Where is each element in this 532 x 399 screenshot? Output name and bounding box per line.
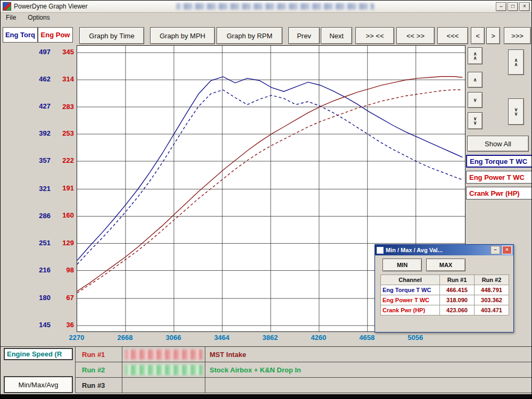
channel-name: Crank Pwr (HP) [381,305,440,315]
x-channel-box[interactable]: Engine Speed (R [4,348,73,360]
window-title: PowerDyne Graph Viewer [14,3,88,10]
legend-crank-pwr-hp[interactable]: Crank Pwr (HP) [466,187,532,200]
col-header-run1: Run #1 [440,275,475,285]
run3-label[interactable]: Run #3 [76,378,122,393]
menu-options[interactable]: Options [27,13,51,22]
max-button[interactable]: MAX [426,259,466,271]
rpm-tick-3862: 3862 [254,334,286,342]
power-tick-129: 129 [54,239,74,247]
power-tick-222: 222 [54,156,74,165]
run-row-1: Run #1 MST Intake [76,347,532,362]
legend-eng-power-t-wc[interactable]: Eng Power T WC [466,171,532,184]
curve-0 [77,77,462,260]
minmax-avg-button[interactable]: Min/Max/Avg [4,376,73,393]
redacted-run2-file [125,365,203,375]
rpm-tick-5056: 5056 [400,334,431,342]
scroll-double-up-icon[interactable]: ∧∧ [468,47,483,64]
run1-max-value: 318.090 [440,295,475,305]
y-axis-torque: 497462427392357321286251216180145 [25,45,51,331]
run2-description: Stock Airbox + K&N Drop In [205,362,532,377]
y-axis-power: 345314283253222191160129986736 [54,45,74,331]
minmax-row-2: Eng Power T WC318.090303.362 [381,295,509,305]
toolbar-button-graph-by-time[interactable]: Graph by Time [79,27,144,44]
toolbar-button-next[interactable]: Next [321,27,352,44]
rpm-tick-4658: 4658 [351,334,383,342]
page-up-icon[interactable]: ∧∧ [508,49,524,75]
power-tick-67: 67 [54,294,74,302]
toolbar-button-nav-6[interactable]: << >> [396,27,435,44]
x-axis-rpm: 22702668306634643862426046585056 [77,334,464,343]
tab-eng-power[interactable]: Eng Pow [38,27,73,43]
power-tick-98: 98 [54,266,74,275]
torque-tick-357: 357 [25,156,51,165]
run2-max-value: 303.362 [475,295,509,305]
rpm-tick-3464: 3464 [206,334,238,342]
toolbar-button-graph-by-rpm[interactable]: Graph by RPM [217,27,282,44]
toolbar-button-nav-8[interactable]: < [471,27,485,44]
run-row-2: Run #2 Stock Airbox + K&N Drop In [76,362,532,378]
scroll-up-icon[interactable]: ∧ [468,72,483,88]
torque-tick-251: 251 [25,239,51,247]
dialog-minimize-button[interactable]: – [491,246,500,254]
run1-max-value: 423.060 [440,305,475,315]
minmax-dialog: Min / Max / Avg Val... – × MIN MAX Chann… [375,244,514,332]
torque-tick-180: 180 [25,294,51,302]
scroll-double-down-icon[interactable]: ∨∨ [468,112,483,129]
redacted-title-text [176,3,374,10]
menu-file[interactable]: File [5,13,17,22]
run-row-3: Run #3 [76,378,532,393]
torque-tick-216: 216 [25,266,51,275]
run2-label[interactable]: Run #2 [76,362,122,377]
toolbar-button-nav-10[interactable]: >>> [504,27,531,44]
power-tick-253: 253 [54,129,74,138]
col-header-channel: Channel [381,275,440,285]
power-tick-314: 314 [54,75,74,84]
dialog-title: Min / Max / Avg Val... [386,247,488,253]
torque-tick-286: 286 [25,212,51,220]
run1-max-value: 466.415 [440,285,475,295]
min-button[interactable]: MIN [383,259,422,271]
run-list: Run #1 MST Intake Run #2 Stock Airbox + … [75,347,532,393]
torque-tick-145: 145 [25,321,51,329]
page-down-icon[interactable]: ∨∨ [508,98,524,125]
toolbar-button-nav-9[interactable]: > [486,27,500,44]
power-tick-191: 191 [54,184,74,193]
maximize-button[interactable]: □ [508,2,518,11]
rpm-tick-4260: 4260 [303,334,335,342]
run1-description: MST Intake [205,347,532,362]
rpm-tick-2270: 2270 [61,334,93,342]
toolbar-button-nav-5[interactable]: >> << [355,27,394,44]
power-tick-36: 36 [54,321,74,329]
torque-tick-321: 321 [25,185,51,193]
torque-tick-462: 462 [25,75,51,84]
rpm-tick-2668: 2668 [109,334,141,342]
bottom-edge [1,394,532,398]
legend-eng-torque-t-wc[interactable]: Eng Torque T WC [466,155,532,168]
toolbar-button-graph-by-mph[interactable]: Graph by MPH [150,27,215,44]
show-all-button[interactable]: Show All [467,136,529,152]
channel-name: Eng Torque T WC [381,285,440,295]
titlebar[interactable]: PowerDyne Graph Viewer – □ × [1,1,531,13]
run3-description [205,378,532,393]
toolbar-button-nav-7[interactable]: <<< [437,27,468,44]
redacted-run1-file [125,350,203,360]
run1-label[interactable]: Run #1 [76,347,122,362]
close-button[interactable]: × [519,2,530,11]
dialog-titlebar[interactable]: Min / Max / Avg Val... – × [375,245,513,255]
dialog-close-button[interactable]: × [502,246,512,254]
torque-tick-427: 427 [25,102,51,111]
toolbar-button-prev[interactable]: Prev [288,27,320,44]
run2-max-value: 403.471 [475,305,509,315]
minmax-table: Channel Run #1 Run #2 Eng Torque T WC466… [380,275,509,315]
minmax-row-3: Crank Pwr (HP)423.060403.471 [381,305,509,315]
power-tick-283: 283 [54,103,74,111]
channel-name: Eng Power T WC [381,295,440,305]
power-tick-160: 160 [54,211,74,220]
torque-tick-497: 497 [25,48,51,56]
tab-eng-torque[interactable]: Eng Torq [3,27,38,43]
menubar: File Options [1,12,531,23]
torque-tick-392: 392 [25,129,51,138]
scroll-down-icon[interactable]: ∨ [468,92,483,108]
run2-max-value: 448.791 [475,285,509,295]
minimize-button[interactable]: – [496,2,506,11]
